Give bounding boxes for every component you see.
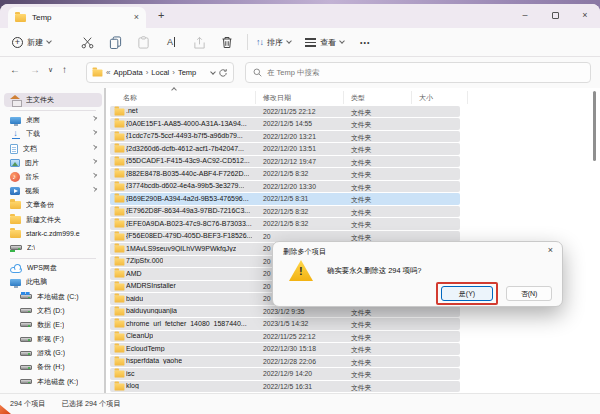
list-scrollbar[interactable] bbox=[593, 91, 596, 161]
sidebar-item[interactable]: 文章备份 bbox=[0, 198, 106, 212]
recent-locations-button[interactable]: ∨ bbox=[48, 66, 53, 74]
breadcrumb-overflow-icon[interactable]: « bbox=[106, 68, 110, 77]
breadcrumb[interactable]: « AppData›Local›Temp bbox=[86, 62, 234, 83]
toolbar: + 新建 bbox=[0, 28, 600, 57]
tab-close-icon[interactable]: × bbox=[134, 13, 139, 22]
column-name[interactable]: 名称 bbox=[123, 93, 137, 103]
up-button[interactable]: ↑ bbox=[62, 64, 67, 75]
file-name: baidu bbox=[126, 295, 143, 302]
close-button[interactable]: × bbox=[570, 4, 600, 26]
column-size[interactable]: 大小 bbox=[419, 93, 433, 103]
file-row[interactable]: EcloudTemp2022/12/30 15:18文件夹 bbox=[106, 343, 600, 356]
file-row[interactable]: {0A0E15F1-AA85-4000-A31A-13A94...2022/12… bbox=[106, 118, 600, 131]
file-type: 文件夹 bbox=[351, 320, 371, 330]
paste-button[interactable] bbox=[129, 31, 157, 53]
more-options-button[interactable]: ••• bbox=[360, 31, 370, 53]
new-label: 新建 bbox=[27, 37, 43, 48]
file-date-modified: 2023/1/5 14:32 bbox=[263, 320, 308, 327]
file-name: {F56E08ED-479D-405D-BEF3-F18526... bbox=[126, 232, 252, 239]
file-row[interactable]: hsperfdata_yaohe2022/12/28 22:06文件夹 bbox=[106, 355, 600, 368]
share-button[interactable] bbox=[185, 31, 213, 53]
sidebar-item[interactable]: 本地磁盘 (C:) bbox=[0, 289, 106, 303]
sidebar-item[interactable]: 此电脑 bbox=[0, 275, 106, 289]
sidebar-item[interactable]: Z:\ bbox=[0, 241, 106, 255]
sidebar-item[interactable]: 数据 (E:) bbox=[0, 318, 106, 332]
sidebar-item[interactable]: 备份 (H:) bbox=[0, 360, 106, 374]
new-tab-button[interactable]: + bbox=[158, 9, 164, 21]
minimize-button[interactable]: – bbox=[510, 4, 540, 26]
folder-icon bbox=[115, 233, 125, 240]
refresh-icon[interactable] bbox=[218, 68, 228, 78]
sidebar-item[interactable]: 新建文件夹 bbox=[0, 213, 106, 227]
sidebar-item[interactable]: 主文件夹 bbox=[4, 93, 102, 107]
file-type: 文件夹 bbox=[351, 220, 371, 230]
file-type: 文件夹 bbox=[351, 195, 371, 205]
search-input[interactable]: 在 Temp 中搜索 bbox=[245, 62, 591, 83]
file-row[interactable]: CleanUp2022/11/25 22:12文件夹 bbox=[106, 330, 600, 343]
search-placeholder: 在 Temp 中搜索 bbox=[267, 68, 320, 78]
folder-icon bbox=[115, 195, 125, 202]
file-row[interactable]: {E7962D8F-8634-49a3-97BD-7216C3...2022/1… bbox=[106, 205, 600, 218]
file-row[interactable]: {3774bcdb-d602-4e4a-99b5-3e3279...2022/1… bbox=[106, 180, 600, 193]
os-drive-icon bbox=[20, 294, 32, 299]
tab-temp[interactable]: Temp × bbox=[8, 7, 146, 28]
rename-button[interactable]: A bbox=[157, 31, 185, 53]
cut-button[interactable] bbox=[73, 31, 101, 53]
column-divider bbox=[467, 91, 468, 104]
sidebar-item[interactable]: 影视 (F:) bbox=[0, 332, 106, 346]
sidebar-item[interactable]: 文档 (D:) bbox=[0, 304, 106, 318]
view-button[interactable]: 查看 bbox=[305, 31, 344, 53]
file-name: {2d3260d6-dcfb-4612-acf1-7b42047... bbox=[126, 145, 244, 152]
folder-icon bbox=[115, 383, 125, 390]
file-date-modified: 2022/12/5 16:31 bbox=[263, 383, 312, 390]
sidebar-item[interactable]: 桌面 bbox=[0, 113, 106, 127]
file-row[interactable]: {882E8478-B035-440c-ABF4-F7262D...2022/1… bbox=[106, 168, 600, 181]
sidebar-item[interactable]: stark-c.zdm999.e bbox=[0, 227, 106, 241]
view-list-icon bbox=[305, 38, 316, 47]
back-button[interactable]: ← bbox=[10, 64, 20, 75]
dialog-title: 删除多个项目 bbox=[283, 247, 326, 257]
breadcrumb-segment[interactable]: AppData bbox=[113, 68, 142, 77]
sidebar-item[interactable]: WPS网盘 bbox=[0, 261, 106, 275]
sidebar-item[interactable]: 本地磁盘 (K:) bbox=[0, 375, 106, 389]
sidebar-item[interactable]: 文档 bbox=[0, 142, 106, 156]
chevron-down-icon[interactable] bbox=[210, 69, 216, 75]
sidebar-item-label: 主文件夹 bbox=[26, 95, 54, 105]
folder-icon bbox=[115, 270, 125, 277]
column-divider bbox=[411, 91, 412, 104]
folder-icon bbox=[115, 183, 125, 190]
new-button[interactable]: + 新建 bbox=[12, 31, 51, 53]
file-date-modified: 2022/12/5 8:31 bbox=[263, 195, 308, 202]
file-row[interactable]: isc2022/12/9 14:20文件夹 bbox=[106, 368, 600, 381]
sort-button[interactable]: ↑↓ 排序 bbox=[256, 31, 291, 53]
sidebar-item-label: 图片 bbox=[25, 158, 39, 168]
maximize-button[interactable] bbox=[540, 4, 570, 26]
column-type[interactable]: 类型 bbox=[351, 93, 365, 103]
file-row[interactable]: {B69E290B-A394-4a2d-9B53-476596...2022/1… bbox=[106, 193, 600, 206]
file-row[interactable]: {1cdc7c75-5ccf-4493-b7f5-a96db79...2022/… bbox=[106, 130, 600, 143]
sidebar-item[interactable]: 视频 bbox=[0, 184, 106, 198]
delete-confirmation-dialog: 删除多个项目 × 确实要永久删除这 294 项吗? 是(Y) 否(N) bbox=[272, 241, 563, 307]
sidebar-item[interactable]: 图片 bbox=[0, 156, 106, 170]
sidebar-item-label: 文章备份 bbox=[26, 200, 54, 210]
plus-circle-icon: + bbox=[12, 37, 23, 48]
column-date-modified[interactable]: 修改日期 bbox=[263, 93, 291, 103]
file-row[interactable]: {2d3260d6-dcfb-4612-acf1-7b42047...2022/… bbox=[106, 143, 600, 156]
breadcrumb-segment[interactable]: Temp bbox=[178, 68, 196, 77]
file-row[interactable]: {55DCADF1-F415-43c9-AC92-CD512...2022/12… bbox=[106, 155, 600, 168]
file-name: isc bbox=[126, 370, 135, 377]
sidebar-item[interactable]: 游戏 (G:) bbox=[0, 346, 106, 360]
dialog-close-icon[interactable]: × bbox=[548, 245, 553, 255]
yes-button[interactable]: 是(Y) bbox=[441, 286, 493, 301]
forward-button[interactable]: → bbox=[30, 64, 40, 75]
copy-button[interactable] bbox=[101, 31, 129, 53]
file-row[interactable]: chrome_url_fetcher_14080_1587440...2023/… bbox=[106, 318, 600, 331]
sidebar-item[interactable]: 下载 bbox=[0, 127, 106, 141]
delete-button[interactable] bbox=[213, 31, 241, 53]
file-row[interactable]: klog2022/12/5 16:31文件夹 bbox=[106, 380, 600, 393]
no-button[interactable]: 否(N) bbox=[506, 286, 552, 301]
breadcrumb-segment[interactable]: Local bbox=[151, 68, 169, 77]
sidebar-item[interactable]: 音乐 bbox=[0, 170, 106, 184]
file-row[interactable]: {EFE0A9DA-B023-47c9-8C76-B73033...2022/1… bbox=[106, 218, 600, 231]
file-row[interactable]: .net2022/11/25 22:12文件夹 bbox=[106, 105, 600, 118]
